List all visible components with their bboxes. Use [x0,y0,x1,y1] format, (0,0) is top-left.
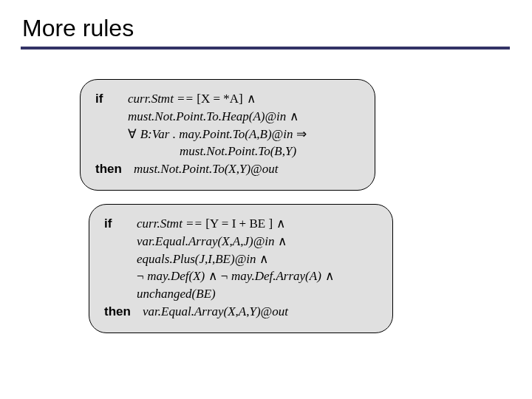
rule1-pattern: [X = *A] [197,92,242,106]
rule2-then-line: then var.Equal.Array(X,A,Y)@out [104,303,378,321]
rule1-maypoint: B:Var . may.Point.To(A,B)@in [140,127,293,141]
neg-symbol: ¬ [221,269,228,283]
title-underline [21,47,510,50]
rule2-line2: var.Equal.Array(X,A,J)@in ∧ [104,233,378,250]
and-symbol: ∧ [259,252,268,266]
rule2-pattern: [Y = I + BE ] [205,216,273,231]
and-symbol: ∧ [208,269,217,283]
rule1-then-line: then must.Not.Point.To(X,Y)@out [95,160,360,178]
and-symbol: ∧ [247,92,256,106]
rule1-if-line1: if curr.Stmt == [X = *A] ∧ [95,90,360,108]
rule2-maydef-x: may.Def(X) [147,269,205,283]
if-keyword: if [95,92,103,106]
then-keyword: then [95,162,122,176]
rule2-line4: ¬ may.Def(X) ∧ ¬ may.Def.Array(A) ∧ [104,267,378,285]
rule1-line4: must.Not.Point.To(B,Y) [95,143,360,160]
and-symbol: ∧ [325,269,334,283]
then-keyword: then [104,304,131,318]
rule2-equalsplus: equals.Plus(J,I,BE)@in [137,252,256,266]
rule2-if-line1: if curr.Stmt == [Y = I + BE ] ∧ [104,215,378,233]
if-keyword: if [104,216,112,231]
rule-card-2: if curr.Stmt == [Y = I + BE ] ∧ var.Equa… [89,204,393,333]
and-symbol: ∧ [276,216,285,231]
rule1-currstmt: curr.Stmt == [128,92,197,106]
rule-card-1: if curr.Stmt == [X = *A] ∧ must.Not.Poin… [80,79,375,191]
and-symbol: ∧ [290,109,299,123]
rule1-mustnot-heap: must.Not.Point.To.Heap(A)@in [128,109,286,123]
rule2-varequal-in: var.Equal.Array(X,A,J)@in [137,234,275,248]
rule2-line5: unchanged(BE) [104,285,378,303]
rule2-unchanged: unchanged(BE) [137,287,216,301]
rule2-conclusion: var.Equal.Array(X,A,Y)@out [143,304,288,318]
neg-symbol: ¬ [137,269,144,283]
rule1-mustnot-by: must.Not.Point.To(B,Y) [180,144,296,158]
rule1-line3: ∀ B:Var . may.Point.To(A,B)@in ⇒ [95,126,360,143]
forall-symbol: ∀ [128,127,137,141]
rule1-line2: must.Not.Point.To.Heap(A)@in ∧ [95,108,360,126]
slide: More rules if curr.Stmt == [X = *A] ∧ mu… [0,0,532,399]
rule2-currstmt: curr.Stmt == [137,216,205,231]
implies-symbol: ⇒ [296,127,307,141]
rule2-maydef-array: may.Def.Array(A) [231,269,321,283]
rule1-conclusion: must.Not.Point.To(X,Y)@out [134,162,278,176]
and-symbol: ∧ [278,234,287,248]
slide-title: More rules [22,15,511,42]
rule2-line3: equals.Plus(J,I,BE)@in ∧ [104,250,378,268]
